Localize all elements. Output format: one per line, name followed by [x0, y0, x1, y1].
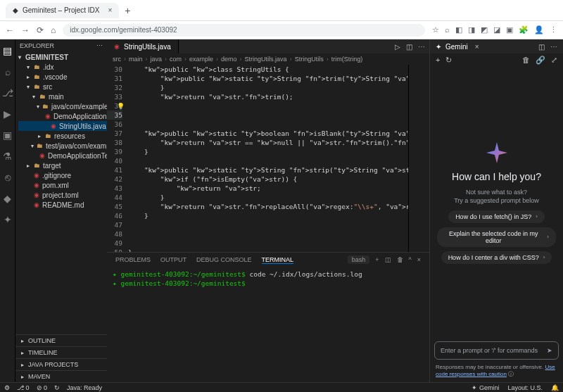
status-bar: ⚙⎇ 0⊘ 0↻Java: Ready ✦ GeminiLayout: U.S.…: [0, 382, 563, 392]
folder-item[interactable]: ▾🖿test/java/com/example/demo: [18, 141, 107, 151]
folder-item[interactable]: ▾🖿.idx: [18, 62, 107, 72]
status-item[interactable]: ⎇ 0: [17, 384, 30, 391]
sidebar-section[interactable]: ▸OUTLINE: [15, 334, 107, 346]
folder-item[interactable]: ▸🖿target: [18, 160, 107, 170]
sidebar-section[interactable]: ▸MAVEN: [15, 370, 107, 382]
back-icon[interactable]: ←: [6, 25, 14, 35]
project-root[interactable]: ▾GEMINITEST: [15, 52, 107, 62]
file-item[interactable]: ◉DemoApplicationTests.java: [18, 151, 107, 160]
file-item[interactable]: ◉project.toml: [18, 190, 107, 200]
file-item[interactable]: ◉DemoApplication.java: [18, 111, 107, 121]
star-icon[interactable]: ☆: [432, 25, 439, 34]
suggestion-chip[interactable]: Explain the selected code in my editor›: [437, 227, 556, 247]
history-icon[interactable]: ↻: [445, 56, 452, 65]
status-item[interactable]: ↻: [54, 384, 60, 391]
search-activity-icon[interactable]: ⌕: [5, 66, 11, 77]
folder-item[interactable]: ▸🖿resources: [18, 131, 107, 141]
test-icon[interactable]: ⚗: [3, 151, 12, 162]
ext-icon-2[interactable]: ◨: [468, 25, 475, 34]
sidebar-section[interactable]: ▸TIMELINE: [15, 346, 107, 358]
ext-icon-3[interactable]: ◩: [481, 25, 488, 34]
new-tab-button[interactable]: +: [125, 5, 130, 16]
new-chat-icon[interactable]: +: [436, 56, 440, 64]
extensions-icon[interactable]: ▣: [3, 129, 12, 141]
status-item[interactable]: 🔔: [551, 384, 559, 391]
terminal-shell-label[interactable]: bash: [348, 255, 370, 264]
split-right-icon[interactable]: ◫: [538, 43, 545, 51]
status-item[interactable]: Layout: U.S.: [507, 384, 543, 391]
gemini-logo-icon: [484, 140, 510, 165]
reload-icon[interactable]: ⟳: [37, 25, 44, 35]
panel-tab-debug-console[interactable]: DEBUG CONSOLE: [196, 256, 252, 263]
folder-item[interactable]: ▾🖿java/com/example/demo: [18, 101, 107, 111]
ext-icon-4[interactable]: ◪: [493, 25, 500, 34]
file-item[interactable]: ◉pom.xml: [18, 180, 107, 190]
status-item[interactable]: ✦ Gemini: [472, 384, 499, 391]
breadcrumb[interactable]: src›main›java›com›example›demo›StringUti…: [107, 53, 429, 65]
idx-icon[interactable]: ◆: [4, 193, 11, 204]
url-input[interactable]: idx.google.com/geminitest-403092: [63, 24, 425, 37]
new-terminal-icon[interactable]: +: [375, 256, 379, 263]
editor-tab-stringutils[interactable]: ◉ StringUtils.java: [107, 39, 179, 53]
panel-tab-terminal[interactable]: TERMINAL: [262, 256, 294, 264]
account-icon[interactable]: 👤: [534, 25, 544, 34]
lightbulb-icon[interactable]: 💡: [117, 102, 125, 111]
status-item[interactable]: Java: Ready: [67, 384, 102, 391]
activity-bar: ▤ ⌕ ⎇ ▶ ▣ ⚗ ⎋ ◆ ✦: [0, 39, 15, 382]
sidebar-more-icon[interactable]: ⋯: [96, 42, 103, 49]
code-editor[interactable]: 💡 30313233343536373839404142434445464748…: [107, 65, 429, 252]
minimap[interactable]: [408, 65, 429, 252]
home-icon[interactable]: ⌂: [51, 25, 56, 35]
split-icon[interactable]: ◫: [406, 43, 412, 51]
status-item[interactable]: ⚙: [4, 384, 10, 391]
explorer-icon[interactable]: ▤: [3, 45, 12, 56]
terminal-body[interactable]: ✦ geminitest-403092:~/geminitest$ code ~…: [107, 267, 429, 382]
gemini-disclaimer: Responses may be inaccurate or offensive…: [430, 364, 563, 382]
close-panel-icon[interactable]: ×: [417, 256, 421, 263]
ai-icon[interactable]: ✦: [4, 214, 12, 225]
folder-item[interactable]: ▾🖿src: [18, 82, 107, 91]
sidebar-section[interactable]: ▸JAVA PROJECTS: [15, 358, 107, 370]
status-item[interactable]: ⊘ 0: [37, 384, 48, 391]
file-item[interactable]: ◉.gitignore: [18, 170, 107, 180]
split-terminal-icon[interactable]: ◫: [385, 256, 391, 263]
kill-terminal-icon[interactable]: 🗑: [397, 256, 403, 263]
source-control-icon[interactable]: ⎇: [2, 87, 13, 99]
maximize-panel-icon[interactable]: ^: [409, 256, 412, 263]
browser-titlebar: ◆ Geminitest – Project IDX × +: [0, 0, 563, 21]
browser-addressbar: ← → ⟳ ⌂ idx.google.com/geminitest-403092…: [0, 21, 563, 39]
expand-icon[interactable]: ⤢: [551, 56, 557, 65]
panel-tab-output[interactable]: OUTPUT: [160, 256, 186, 263]
more-icon[interactable]: ⋯: [418, 43, 425, 51]
more-gemini-icon[interactable]: ⋯: [550, 43, 557, 51]
java-file-icon: ◉: [114, 43, 120, 50]
folder-item[interactable]: ▸🖿.vscode: [18, 72, 107, 82]
panel-tabs: PROBLEMSOUTPUTDEBUG CONSOLETERMINAL bash…: [107, 253, 429, 267]
folder-item[interactable]: ▾🖿main: [18, 91, 107, 101]
close-gemini-tab-icon[interactable]: ×: [475, 43, 479, 51]
gemini-heading: How can I help you?: [452, 171, 541, 182]
forward-icon[interactable]: →: [21, 25, 30, 35]
ext-icon-1[interactable]: ◧: [455, 25, 462, 34]
ext-icon-5[interactable]: ▣: [506, 25, 513, 34]
menu-icon[interactable]: ⋮: [550, 25, 557, 34]
tab-title: Geminitest – Project IDX: [23, 6, 99, 14]
panel-tab-problems[interactable]: PROBLEMS: [115, 256, 151, 263]
browser-tab[interactable]: ◆ Geminitest – Project IDX ×: [6, 3, 119, 18]
run-icon[interactable]: ▷: [395, 43, 400, 51]
debug-icon[interactable]: ▶: [4, 108, 11, 120]
puzzle-icon[interactable]: 🧩: [519, 25, 529, 34]
remote-icon[interactable]: ⎋: [5, 172, 11, 183]
file-item[interactable]: ◉README.md: [18, 200, 107, 210]
close-tab-icon[interactable]: ×: [108, 6, 112, 14]
send-icon[interactable]: ➤: [547, 347, 552, 354]
suggestion-chip[interactable]: How do I center a div with CSS?›: [441, 251, 552, 264]
file-item[interactable]: ◉StringUtils.java: [18, 121, 107, 131]
gemini-prompt-input[interactable]: Enter a prompt or '/' for commands ➤: [434, 341, 559, 360]
search-icon[interactable]: ⌕: [445, 25, 450, 34]
gemini-sub1: Not sure what to ask?: [454, 188, 539, 196]
link-icon[interactable]: 🔗: [536, 56, 545, 65]
gemini-tab-title: Gemini: [445, 43, 468, 51]
delete-icon[interactable]: 🗑: [522, 56, 530, 65]
suggestion-chip[interactable]: How do I use fetch() in JS?›: [448, 210, 545, 223]
